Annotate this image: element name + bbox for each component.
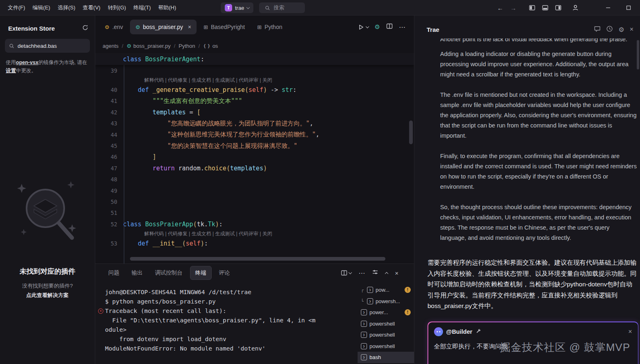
terminal-name: pow... <box>376 287 389 293</box>
refresh-icon[interactable] <box>82 25 88 32</box>
menu-item[interactable]: 文件(F) <box>4 2 29 13</box>
breadcrumb-item[interactable]: ⚙boss_praiser.py <box>127 43 171 49</box>
editor-scrollbar-thumb[interactable] <box>409 121 413 144</box>
account-icon[interactable] <box>569 2 582 13</box>
menu-item[interactable]: 查看(V) <box>79 2 104 13</box>
more-actions-icon[interactable]: ⋯ <box>358 269 365 277</box>
menu-item[interactable]: 编辑(E) <box>29 2 54 13</box>
code-line: 49 <box>95 185 414 196</box>
terminal-name: powersh... <box>376 298 400 304</box>
history-icon[interactable] <box>606 25 613 34</box>
code-line-content: ] <box>117 153 156 161</box>
settings-gear-icon[interactable]: ⚙ <box>618 26 624 33</box>
nav-forward-button[interactable]: → <box>507 2 520 13</box>
window-minimize-button[interactable] <box>602 2 615 13</box>
builder-avatar <box>434 327 443 336</box>
terminal-list-item[interactable]: ❯powershell <box>358 341 414 352</box>
panel-tab[interactable]: 评论 <box>214 266 235 279</box>
terminal-name: powershell <box>369 321 395 327</box>
code-line-content: templates = [ <box>117 109 201 116</box>
minimap[interactable]: — <box>407 53 414 264</box>
nav-back-button[interactable]: ← <box>494 2 507 13</box>
workspace-switcher[interactable]: T trae <box>221 2 253 13</box>
breadcrumb-item[interactable]: Python <box>179 43 195 49</box>
thought-paragraph: The .env file is mentioned but not creat… <box>440 90 637 141</box>
extension-search-box[interactable] <box>5 39 90 53</box>
terminal-list-item[interactable]: ❯powershell <box>358 329 414 341</box>
line-number: 47 <box>95 165 117 172</box>
sidebar-title: Extension Store <box>8 25 55 32</box>
panel-tab[interactable]: 终端 <box>190 266 212 280</box>
line-number: 53 <box>95 240 117 247</box>
extension-search-input[interactable] <box>18 43 79 49</box>
terminal-list-item[interactable]: ❯powershell <box>358 318 414 330</box>
search-icon <box>9 43 14 49</box>
open-vsx-link[interactable]: open-vsx <box>16 60 38 65</box>
codelens[interactable]: 解释代码 | 代码修复 | 生成文档 | 生成测试 | 代码评审 | 关闭 <box>95 76 414 84</box>
search-icon <box>265 5 270 11</box>
settings-link[interactable]: 设置 <box>6 68 16 74</box>
code-editor[interactable]: class BossPraierAgent: 39解释代码 | 代码修复 | 生… <box>95 53 414 264</box>
solution-link[interactable]: 点此查看解决方案 <box>0 292 95 299</box>
breadcrumb-item[interactable]: agents <box>103 43 119 49</box>
line-number: 49 <box>95 188 117 194</box>
breadcrumb-item[interactable]: { }os <box>203 43 218 49</box>
editor-tab[interactable]: ⊞Python <box>252 20 288 34</box>
toggle-left-panel-icon[interactable] <box>526 2 539 13</box>
gear-icon[interactable]: ⚙ <box>375 23 380 31</box>
toggle-right-panel-icon[interactable] <box>552 2 565 13</box>
editor-group: ⚙.env⚙boss_praiser.py×⊞BasedPyright⊞Pyth… <box>95 16 414 264</box>
terminal-output[interactable]: john@DESKTOP-SEHS4A1 MINGW64 /d/test/tra… <box>105 288 358 364</box>
builder-mention[interactable]: @Builder <box>446 328 472 335</box>
chat-header: Trae ⚙ × <box>414 16 640 38</box>
code-line-content: class BossPraierApp(tk.Tk): <box>117 221 223 228</box>
menu-item[interactable]: 选择(S) <box>54 2 79 13</box>
chat-body: Another point is the lack of visual feed… <box>427 38 635 312</box>
menu-item[interactable]: 终端(T) <box>130 2 154 13</box>
terminal-list-item[interactable]: ❯power...! <box>358 307 414 318</box>
toggle-bottom-panel-icon[interactable] <box>539 2 552 13</box>
panel-tab[interactable]: 问题 <box>103 266 124 279</box>
editor-horizontal-scrollbar[interactable] <box>130 257 385 261</box>
chevron-down-icon[interactable] <box>349 270 352 274</box>
editor-tab[interactable]: ⚙boss_praiser.py× <box>130 20 197 34</box>
terminal-list-item[interactable]: ❯bash <box>358 352 414 363</box>
tab-close-icon[interactable]: × <box>188 24 191 30</box>
split-editor-icon[interactable] <box>386 23 393 31</box>
global-search[interactable]: 搜索 <box>259 2 305 13</box>
terminal-list-item[interactable]: └❯powersh... <box>358 296 414 307</box>
editor-tab[interactable]: ⚙.env <box>99 20 128 34</box>
terminal-list-item[interactable]: ┌❯pow...! <box>358 284 414 296</box>
terminal-line: john@DESKTOP-SEHS4A1 MINGW64 /d/test/tra… <box>105 288 358 297</box>
code-line: 46 ] <box>95 152 414 163</box>
menu-item[interactable]: 帮助(H) <box>154 2 180 13</box>
filter-icon[interactable] <box>372 269 378 277</box>
braces-icon: { } <box>203 43 210 49</box>
close-chat-icon[interactable]: × <box>630 26 633 33</box>
run-button[interactable] <box>358 24 369 30</box>
window-maximize-button[interactable] <box>622 2 635 13</box>
bottom-panel: 问题输出调试控制台终端评论 ⋯ × john@DESKTOP-SEHS4A1 M… <box>95 264 414 364</box>
close-icon[interactable]: × <box>628 328 632 335</box>
code-line-content: "您的决策智慧在这个问题上展现得淋漓尽致。" <box>117 142 297 150</box>
chevron-down-icon[interactable] <box>365 25 369 28</box>
panel-tab[interactable]: 输出 <box>127 266 148 279</box>
panel-tab[interactable]: 调试控制台 <box>150 266 188 279</box>
codelens[interactable]: 解释代码 | 代码修复 | 生成文档 | 生成测试 | 代码评审 | 关闭 <box>95 230 414 238</box>
terminal-name: powershell <box>369 332 395 338</box>
breadcrumb-label: os <box>213 43 218 49</box>
editor-tab[interactable]: ⊞BasedPyright <box>198 20 250 34</box>
close-panel-icon[interactable]: × <box>395 270 398 277</box>
maximize-panel-icon[interactable] <box>385 272 388 275</box>
panel-tab-bar: 问题输出调试控制台终端评论 ⋯ × <box>95 264 414 282</box>
grid-icon: ⊞ <box>257 24 262 30</box>
more-actions-icon[interactable]: ⋯ <box>399 23 406 31</box>
error-icon: × <box>98 308 103 314</box>
search-label: 搜索 <box>273 4 284 11</box>
menu-item[interactable]: 转到(G) <box>104 2 130 13</box>
code-line: 48 <box>95 174 414 185</box>
line-number: 48 <box>95 176 117 183</box>
feedback-icon[interactable] <box>594 25 601 34</box>
split-terminal-icon[interactable] <box>341 270 351 276</box>
line-number: 39 <box>95 67 117 74</box>
